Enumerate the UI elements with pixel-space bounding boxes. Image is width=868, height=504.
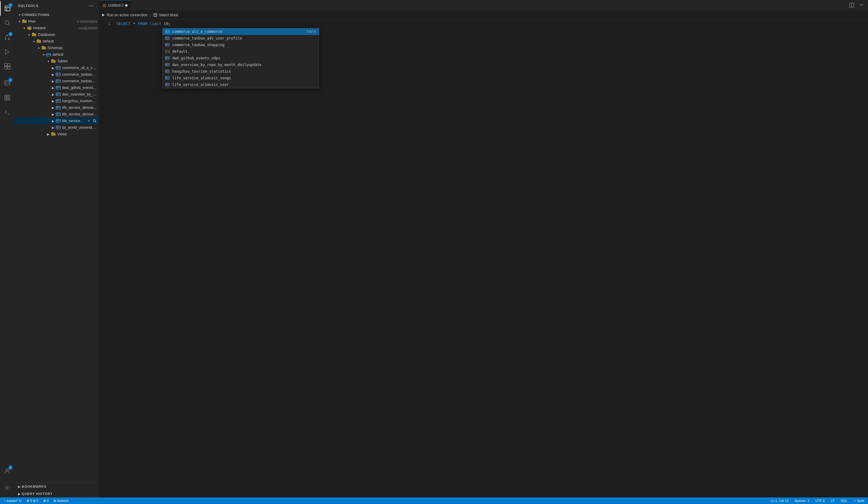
hive-arrow: ▾ <box>17 18 22 25</box>
run-on-connection-btn[interactable]: Run on active connection <box>101 13 147 17</box>
autocomplete-item-2[interactable]: commerce_taobao_shopping <box>163 42 319 48</box>
tree-item-table-6[interactable]: ▶ life_service_alimusic_songs 阿里... <box>14 104 99 111</box>
activity-extensions[interactable] <box>0 59 14 74</box>
svg-rect-39 <box>56 99 60 103</box>
tree-item-default-schema[interactable]: ▾ default <box>14 51 99 58</box>
activity-account[interactable]: 1 <box>0 464 14 478</box>
table-7-name: life_service_alimusic_user 阿里音... <box>62 112 97 117</box>
status-spaces[interactable]: Spaces: 2 <box>794 497 811 504</box>
autocomplete-item-5[interactable]: dws_overview_by_repo_by_month_dailyupdat… <box>163 62 319 68</box>
code-star: * <box>133 21 135 27</box>
tree-item-table-2[interactable]: ▶ commerce_taobao_shopping 包... <box>14 78 99 84</box>
svg-point-21 <box>6 487 8 489</box>
tree-item-table-8[interactable]: ▶ life_service_pigfly_user_p... + <box>14 117 99 124</box>
svg-point-3 <box>5 21 9 25</box>
status-encoding[interactable]: UTF-8 <box>814 497 826 504</box>
search-table-btn[interactable] <box>92 118 97 124</box>
svg-rect-11 <box>4 67 7 69</box>
ac-icon-6 <box>165 69 170 74</box>
activity-database[interactable]: 1 <box>0 76 14 91</box>
svg-rect-36 <box>56 93 60 96</box>
sidebar-bottom: ▶ BOOKMARKS ▶ QUERY HISTORY <box>14 483 99 497</box>
code-semi: ; <box>168 21 171 27</box>
connections-section-header[interactable]: ▾ CONNECTIONS <box>14 11 99 18</box>
status-spell[interactable]: ✓ Spell <box>852 497 866 504</box>
tree-item-table-7[interactable]: ▶ life_service_alimusic_user 阿里音... <box>14 111 99 117</box>
svg-rect-45 <box>56 113 60 116</box>
autocomplete-item-3[interactable]: default. <box>163 48 319 55</box>
code-num: 10 <box>164 21 168 27</box>
activity-console[interactable] <box>0 105 14 119</box>
tree-item-table-4[interactable]: ▶ dws_overview_by_repo_by_mont... <box>14 91 99 98</box>
status-line-ending[interactable]: LF <box>830 497 836 504</box>
tree-item-table-0[interactable]: ▶ commerce_ali_e_commerce 包含... <box>14 64 99 71</box>
sidebar-title: SQLTOOLS <box>18 4 39 8</box>
hivetest-arrow: ▾ <box>22 25 27 31</box>
autocomplete-item-0[interactable]: commerce_ali_e_commerce Table <box>163 28 319 35</box>
status-branch[interactable]: ⑂ master* ↻ <box>2 497 23 504</box>
svg-rect-9 <box>4 64 7 66</box>
bookmarks-section[interactable]: ▶ BOOKMARKS <box>14 483 99 490</box>
autocomplete-item-4[interactable]: dwd_github_events_odps <box>163 55 319 62</box>
tab-label: Untitled-2 <box>108 3 123 8</box>
sidebar-more-icon[interactable]: ••• <box>89 2 95 9</box>
select-block-btn[interactable]: Select block <box>153 13 178 17</box>
code-select-keyword: SELECT <box>116 21 131 27</box>
status-language[interactable]: SQL <box>840 497 849 504</box>
table-7-arrow: ▶ <box>51 111 55 117</box>
activity-run[interactable] <box>0 45 14 59</box>
tables-label: Tables <box>57 59 97 63</box>
default-db-label: default <box>43 39 97 43</box>
table-4-arrow: ▶ <box>51 91 55 98</box>
ac-icon-2 <box>165 42 170 47</box>
tree-item-default-db[interactable]: ▾ default <box>14 38 99 45</box>
activity-settings[interactable] <box>0 481 14 495</box>
tab-untitled-2[interactable]: ⊞ Untitled-2 <box>99 0 132 10</box>
svg-rect-30 <box>56 80 60 83</box>
svg-rect-48 <box>56 119 60 122</box>
sidebar-tree: ▾ CONNECTIONS ▾ Hive 1 connections <box>14 11 99 483</box>
activity-sqltools[interactable]: 1 <box>0 1 14 16</box>
svg-point-7 <box>8 39 9 40</box>
tree-item-table-3[interactable]: ▶ dwd_github_events_odps Github... <box>14 84 99 91</box>
status-errors[interactable]: ⊗ 0 ⊗ 0 <box>25 497 40 504</box>
activity-grid[interactable] <box>0 91 14 105</box>
activity-search[interactable] <box>0 16 14 30</box>
connection-icon: ⊗ <box>53 499 56 503</box>
tab-sql-icon: ⊞ <box>103 3 106 8</box>
databases-icon <box>31 32 37 38</box>
more-actions-btn[interactable]: ••• <box>857 1 866 9</box>
error-icon: ⊗ <box>27 499 29 503</box>
ac-label-1: commerce_taobao_adv_user_profile <box>172 35 317 41</box>
tree-item-schemas[interactable]: ▾ Schemas <box>14 45 99 51</box>
status-connection[interactable]: ⊗ hivetest <box>52 497 70 504</box>
tree-item-hivetest[interactable]: ▾ 🐝 hivetest root@10000/ <box>14 25 99 31</box>
autocomplete-item-8[interactable]: life_service_alimusic_user <box>163 81 319 88</box>
connection-label: hivetest <box>57 499 69 503</box>
query-history-section[interactable]: ▶ QUERY HISTORY <box>14 490 99 497</box>
table-1-icon <box>55 72 61 77</box>
svg-rect-14 <box>4 95 10 101</box>
tree-item-views[interactable]: ▶ Views <box>14 131 99 137</box>
svg-rect-27 <box>56 73 60 76</box>
tree-item-tables[interactable]: ▾ Tables <box>14 58 99 64</box>
tree-item-table-9[interactable]: ▶ qs_world_university_rankings QS... <box>14 124 99 131</box>
autocomplete-item-6[interactable]: hangzhou_tourism_statistics <box>163 68 319 75</box>
svg-marker-58 <box>102 13 105 17</box>
add-table-btn[interactable]: + <box>86 118 91 124</box>
autocomplete-item-7[interactable]: life_service_alimusic_songs <box>163 75 319 81</box>
autocomplete-item-1[interactable]: commerce_taobao_adv_user_profile <box>163 35 319 42</box>
tree-item-databases[interactable]: ▾ Databases <box>14 31 99 38</box>
default-db-arrow: ▾ <box>31 38 36 45</box>
tree-item-table-1[interactable]: ▶ commerce_taobao_adv_user_pr... <box>14 71 99 78</box>
status-info[interactable]: ⊗ 0 <box>42 497 50 504</box>
code-from-keyword: FROM <box>137 21 147 27</box>
status-position[interactable]: Ln 1, Col 15 <box>769 497 789 504</box>
sqltools-badge: 1 <box>9 3 13 7</box>
tree-item-hive[interactable]: ▾ Hive 1 connections <box>14 18 99 25</box>
tree-item-table-5[interactable]: ▶ hangzhou_tourism_statistics 杭... <box>14 98 99 104</box>
split-editor-btn[interactable] <box>847 1 856 9</box>
code-area[interactable]: SELECT * FROM limit 10 ; <box>114 20 868 497</box>
code-line-1: SELECT * FROM limit 10 ; <box>116 21 866 27</box>
activity-source-control[interactable]: 2 <box>0 30 14 45</box>
